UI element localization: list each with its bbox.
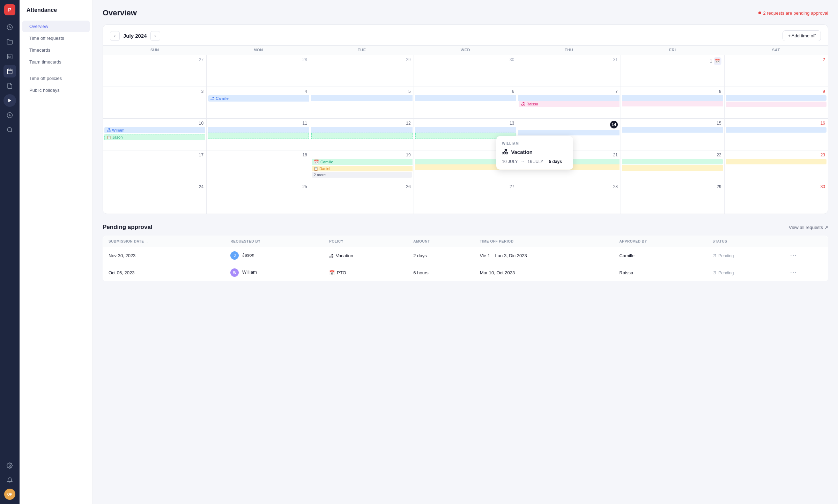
event-camille-week4-name: Camille: [320, 160, 333, 164]
date-jul27: 27: [415, 184, 516, 191]
view-all-requests-link[interactable]: View all requests ↗: [789, 225, 828, 230]
sidebar-item-overview-label: Overview: [29, 24, 48, 29]
tooltip-vacation-icon: 🏖: [502, 148, 508, 156]
event-jason-week3[interactable]: 📋 Jason: [104, 134, 205, 140]
cell-requested-by-1: J Jason: [225, 247, 324, 264]
date-jul12: 12: [312, 120, 412, 127]
event-camille-week2-mid3[interactable]: [518, 95, 620, 101]
add-time-off-label: + Add time off: [788, 33, 816, 38]
event-daniel-name: Daniel: [319, 166, 330, 171]
date-jul22: 22: [622, 152, 723, 159]
rail-icon-add[interactable]: [3, 109, 16, 121]
rail-icon-bell[interactable]: [3, 474, 16, 487]
date-jul6: 6: [415, 88, 516, 95]
cal-cell-jul14: 14 WILLIAM 🏖 Vacation: [517, 119, 621, 150]
cal-cell-jul27: 27: [414, 182, 517, 214]
sidebar-item-public-holidays-label: Public holidays: [29, 88, 60, 93]
icon-rail: P OP: [0, 0, 20, 504]
svg-point-12: [9, 465, 11, 467]
calendar-month-nav: ‹ July 2024 ›: [110, 31, 160, 41]
user-avatar[interactable]: OP: [4, 489, 15, 500]
date-jul8: 8: [622, 88, 723, 95]
date-jul13: 13: [415, 120, 516, 127]
event-jason-w3-mid1[interactable]: [208, 133, 309, 139]
event-raissa-week2-end[interactable]: [726, 102, 826, 107]
event-william-w3-mid1[interactable]: [208, 127, 309, 133]
event-camille-w4-end[interactable]: [622, 159, 723, 164]
sidebar-item-time-off-policies[interactable]: Time off policies: [22, 73, 90, 84]
rail-icon-search[interactable]: [3, 124, 16, 136]
calendar-week-5: 24 25 26 27: [103, 182, 828, 214]
cal-cell-jul11: 11: [207, 119, 310, 150]
status-badge-2: ⏱ Pending: [712, 270, 734, 275]
add-time-off-button[interactable]: + Add time off: [783, 30, 821, 41]
event-william-w3-end[interactable]: [726, 127, 826, 133]
event-camille-week4[interactable]: 📅 Camille: [312, 159, 413, 165]
cal-cell-jun31: 31: [517, 55, 621, 87]
prev-month-button[interactable]: ‹: [110, 31, 120, 41]
event-raissa-week2-mid[interactable]: [622, 101, 723, 106]
cell-period-1: Vie 1 – Lun 3, Dic 2023: [474, 247, 614, 264]
svg-marker-6: [8, 99, 11, 103]
rail-icon-doc[interactable]: [3, 80, 16, 92]
policy-label-2: PTO: [337, 270, 346, 275]
sidebar-item-timecards-label: Timecards: [29, 47, 50, 53]
event-william-w3-mid3[interactable]: [415, 127, 516, 133]
table-row: Nov 30, 2023 J Jason 🏖 Vacation 2 days V…: [103, 247, 828, 264]
event-raissa-week2[interactable]: 🏖 Raissa: [519, 101, 620, 107]
more-actions-btn-2[interactable]: ···: [790, 269, 797, 275]
event-camille-week2[interactable]: 🏖 Camille: [208, 95, 309, 102]
cell-status-1: ⏱ Pending: [707, 247, 785, 264]
next-month-button[interactable]: ›: [150, 31, 160, 41]
more-actions-btn-1[interactable]: ···: [790, 252, 797, 258]
rail-icon-chart[interactable]: [3, 50, 16, 63]
tooltip-days: 5 days: [549, 159, 562, 164]
submission-date-2: Oct 05, 2023: [109, 270, 134, 275]
cell-status-2: ⏱ Pending: [707, 264, 785, 281]
pending-section-title: Pending approval: [103, 224, 153, 231]
tooltip-end: 16 JULY: [527, 159, 543, 164]
date-jul23: 23: [726, 152, 826, 159]
main-content: Overview 2 requests are pending approval…: [93, 0, 838, 504]
event-camille-week2-mid2[interactable]: [415, 95, 516, 101]
event-daniel-week4[interactable]: 📋 Daniel: [312, 166, 413, 171]
date-jul24: 24: [104, 184, 205, 191]
event-william-w3-mid2[interactable]: [311, 127, 413, 133]
event-daniel-w4-end[interactable]: [726, 159, 826, 164]
date-jun27: 27: [104, 57, 205, 64]
event-camille-week2-mid4[interactable]: [622, 95, 723, 101]
date-jun31: 31: [519, 57, 619, 64]
sidebar-item-time-off-requests-label: Time off requests: [29, 36, 64, 41]
cell-amount-1: 2 days: [408, 247, 474, 264]
more-events-indicator[interactable]: 2 more: [312, 172, 412, 178]
rail-icon-attendance[interactable]: [3, 65, 16, 77]
calendar-nav: ‹ July 2024 › + Add time off: [103, 25, 828, 45]
sidebar-item-time-off-policies-label: Time off policies: [29, 76, 62, 81]
event-daniel-w4-mid3[interactable]: [622, 165, 723, 171]
event-jason-w3-mid2[interactable]: [311, 133, 413, 139]
rail-icon-settings[interactable]: [3, 459, 16, 472]
calendar-header-row: SUN MON TUE WED THU FRI SAT: [103, 46, 828, 55]
event-jason-name: Jason: [112, 135, 123, 139]
rail-icon-clock[interactable]: [3, 21, 16, 34]
tooltip-arrow-icon: →: [520, 159, 525, 164]
sidebar-item-overview[interactable]: Overview: [22, 21, 90, 32]
calendar-week-4: 17 18 19 📅 Camille: [103, 150, 828, 182]
table-header-row: SUBMISSION DATE ↓ REQUESTED BY POLICY AM…: [103, 236, 828, 247]
tooltip-person-name: WILLIAM: [502, 142, 568, 146]
sidebar-item-public-holidays[interactable]: Public holidays: [22, 84, 90, 96]
date-jul25: 25: [208, 184, 309, 191]
sidebar-title: Attendance: [20, 7, 92, 20]
rail-icon-play[interactable]: [3, 94, 16, 107]
sidebar-item-team-timecards[interactable]: Team timecards: [22, 56, 90, 68]
day-header-wed: WED: [414, 46, 517, 55]
sidebar-item-time-off-requests[interactable]: Time off requests: [22, 32, 90, 44]
event-william-w3-mid5[interactable]: [622, 127, 723, 133]
sidebar-item-timecards[interactable]: Timecards: [22, 44, 90, 56]
event-camille-week2-mid1[interactable]: [311, 95, 413, 101]
day-header-fri: FRI: [621, 46, 725, 55]
rail-icon-folder[interactable]: [3, 36, 16, 48]
event-camille-week2-end[interactable]: [726, 95, 826, 101]
event-william-w3-mid4[interactable]: [518, 130, 620, 135]
event-william-week3[interactable]: 🏖 William: [104, 127, 205, 133]
